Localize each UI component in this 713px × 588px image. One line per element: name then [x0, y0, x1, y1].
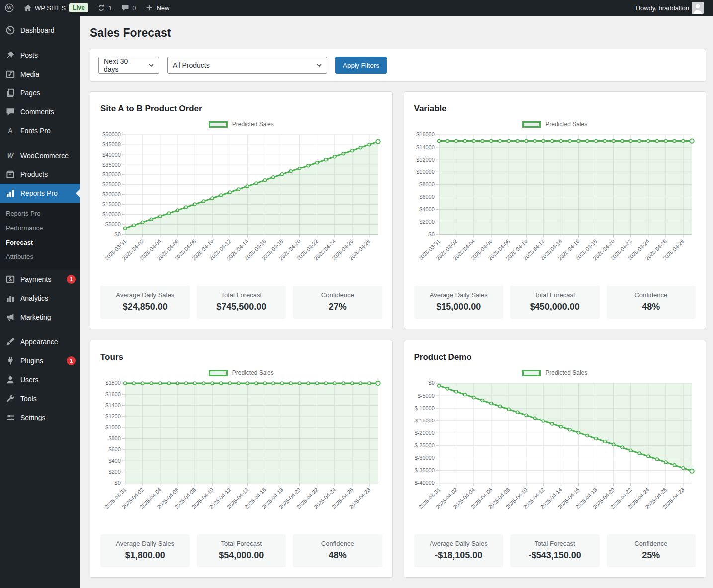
submenu-item-forecast[interactable]: Forecast	[0, 235, 80, 250]
chart-legend[interactable]: Predicted Sales	[414, 121, 696, 128]
sidebar-item-label: Tools	[20, 395, 76, 403]
sidebar-item-pages[interactable]: Pages	[0, 84, 80, 102]
new-label: New	[156, 4, 169, 12]
product-select[interactable]: All Products	[167, 57, 327, 74]
sidebar-item-label: Reports Pro	[20, 189, 76, 197]
sidebar-item-analytics[interactable]: Analytics	[0, 289, 80, 308]
forecast-card-site-a-to-b-product-order: Site A to B Product OrderPredicted Sales…	[90, 91, 393, 329]
sidebar-item-label: Payments	[20, 275, 62, 283]
users-icon	[5, 375, 15, 385]
sidebar-item-marketing[interactable]: Marketing	[0, 308, 80, 327]
submenu-item-attributes[interactable]: Attributes	[0, 250, 80, 264]
svg-text:$10000: $10000	[102, 211, 120, 217]
sales-forecast-chart[interactable]: $0$200$400$600$800$1000$1200$1400$1600$1…	[100, 378, 382, 526]
products-icon	[5, 169, 15, 179]
my-account-link[interactable]: Howdy, braddalton	[631, 0, 708, 16]
chart-canvas[interactable]: $0$5000$10000$15000$20000$25000$30000$35…	[100, 130, 382, 278]
sales-forecast-chart[interactable]: $-40000$-35000$-30000$-25000$-20000$-150…	[414, 378, 696, 526]
chart-title: Variable	[414, 104, 696, 114]
legend-swatch	[522, 121, 541, 128]
submenu-item-performance[interactable]: Performance	[0, 221, 80, 235]
date-range-select[interactable]: Next 30 days	[98, 57, 159, 74]
svg-text:$-30000: $-30000	[414, 455, 434, 461]
svg-text:$0: $0	[115, 231, 121, 237]
sidebar-item-payments[interactable]: $Payments1	[0, 270, 80, 289]
wp-logo-menu[interactable]: W	[0, 0, 19, 16]
live-badge: Live	[69, 3, 88, 12]
sidebar-item-products[interactable]: Products	[0, 165, 80, 184]
chart-legend[interactable]: Predicted Sales	[414, 369, 696, 376]
sidebar-item-media[interactable]: Media	[0, 65, 80, 84]
stat-value: $54,000.00	[201, 550, 282, 561]
svg-text:$8000: $8000	[419, 181, 434, 187]
admin-menu: DashboardPostsMediaPagesCommentsAFonts P…	[0, 21, 80, 427]
svg-text:$: $	[9, 277, 12, 282]
sidebar-item-label: Users	[20, 376, 76, 384]
chart-canvas[interactable]: $0$200$400$600$800$1000$1200$1400$1600$1…	[100, 378, 382, 526]
stat-label: Average Daily Sales	[104, 291, 186, 299]
chart-canvas[interactable]: $0$2000$4000$6000$8000$10000$12000$14000…	[414, 130, 696, 278]
apply-filters-button[interactable]: Apply Filters	[335, 57, 387, 74]
main-content: Sales Forecast Next 30 days All Products…	[80, 0, 713, 586]
svg-text:$10000: $10000	[416, 169, 434, 175]
svg-text:$12000: $12000	[416, 157, 434, 163]
chart-canvas[interactable]: $-40000$-35000$-30000$-25000$-20000$-150…	[414, 378, 696, 526]
sales-forecast-chart[interactable]: $0$5000$10000$15000$20000$25000$30000$35…	[100, 130, 382, 278]
comments-link[interactable]: 0	[116, 0, 140, 16]
stat-total-forecast: Total Forecast-$543,150.00	[510, 534, 600, 567]
page-title: Sales Forecast	[90, 26, 706, 40]
chart-legend[interactable]: Predicted Sales	[100, 121, 382, 128]
sidebar-item-label: Fonts Pro	[20, 127, 76, 135]
svg-text:$50000: $50000	[102, 131, 120, 137]
svg-text:$600: $600	[108, 446, 120, 452]
svg-text:$1200: $1200	[105, 413, 120, 419]
notification-badge: 1	[67, 275, 76, 284]
stats-row: Average Daily Sales$1,800.00Total Foreca…	[100, 534, 382, 567]
legend-swatch	[522, 370, 541, 376]
sidebar-item-label: Analytics	[20, 294, 76, 302]
new-content-link[interactable]: New	[140, 0, 174, 16]
svg-text:$-20000: $-20000	[414, 430, 434, 436]
stats-row: Average Daily Sales$24,850.00Total Forec…	[100, 286, 382, 319]
sidebar-item-settings[interactable]: Settings	[0, 408, 80, 427]
notification-badge: 1	[67, 356, 76, 365]
sidebar-item-posts[interactable]: Posts	[0, 46, 80, 65]
svg-text:$30000: $30000	[102, 171, 120, 177]
stat-value: $450,000.00	[514, 302, 596, 312]
sidebar-item-plugins[interactable]: Plugins1	[0, 351, 80, 370]
stat-confidence: Confidence25%	[607, 534, 696, 567]
sidebar-item-woocommerce[interactable]: WWooCommerce	[0, 146, 80, 165]
reports-pro-icon	[5, 188, 15, 198]
svg-text:$35000: $35000	[102, 162, 120, 168]
chart-title: Site A to B Product Order	[100, 104, 382, 114]
stat-value: $1,800.00	[104, 550, 186, 561]
stat-value: 27%	[297, 302, 378, 312]
sidebar-item-reports-pro[interactable]: Reports Pro	[0, 184, 80, 203]
sidebar-item-fonts-pro[interactable]: AFonts Pro	[0, 121, 80, 140]
sidebar-item-label: WooCommerce	[20, 152, 76, 160]
stat-average-daily-sales: Average Daily Sales$1,800.00	[100, 534, 190, 567]
sidebar-item-tools[interactable]: Tools	[0, 389, 80, 408]
chart-legend[interactable]: Predicted Sales	[100, 369, 382, 376]
sidebar-item-label: Appearance	[20, 338, 76, 346]
stat-value: $745,500.00	[201, 302, 282, 312]
marketing-icon	[5, 312, 15, 322]
sidebar-item-comments[interactable]: Comments	[0, 102, 80, 121]
sidebar-item-appearance[interactable]: Appearance	[0, 333, 80, 351]
stat-value: 48%	[297, 550, 378, 561]
stat-label: Total Forecast	[201, 540, 282, 547]
woocommerce-icon: W	[5, 151, 15, 161]
sidebar-item-users[interactable]: Users	[0, 370, 80, 389]
stats-row: Average Daily Sales$15,000.00Total Forec…	[414, 286, 696, 319]
submenu-item-reports-pro[interactable]: Reports Pro	[0, 206, 80, 221]
chart-title: Product Demo	[414, 352, 696, 362]
stat-value: $15,000.00	[418, 302, 500, 312]
updates-link[interactable]: 1	[92, 0, 116, 16]
legend-label: Predicted Sales	[545, 369, 587, 376]
sidebar-item-label: Products	[20, 170, 76, 178]
svg-text:$1400: $1400	[105, 402, 120, 408]
sidebar-item-dashboard[interactable]: Dashboard	[0, 21, 80, 40]
sales-forecast-chart[interactable]: $0$2000$4000$6000$8000$10000$12000$14000…	[414, 130, 696, 278]
site-name-link[interactable]: WP SITES Live	[19, 0, 92, 16]
legend-swatch	[209, 370, 228, 376]
